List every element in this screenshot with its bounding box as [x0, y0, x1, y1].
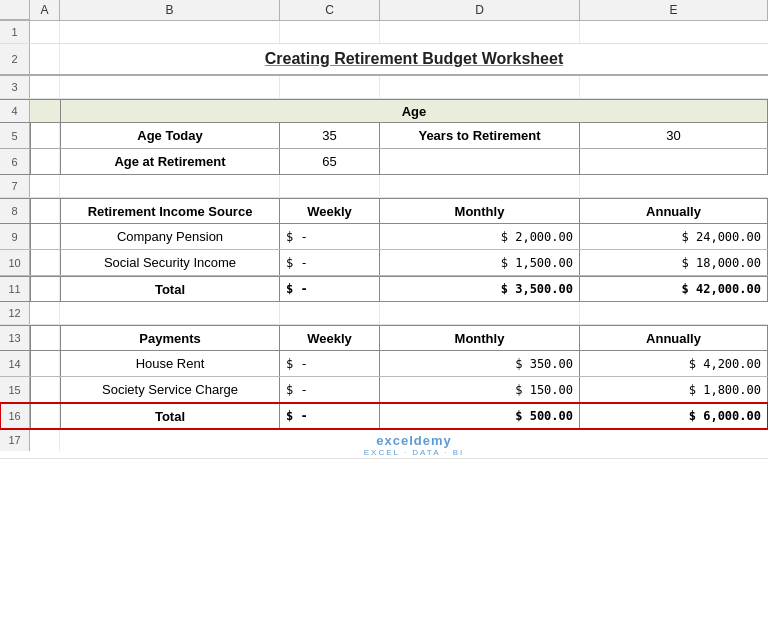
col-header-d: D [380, 0, 580, 20]
corner-cell [0, 0, 30, 20]
row-8: 8 Retirement Income Source Weekly Monthl… [0, 198, 768, 224]
row-num-15: 15 [0, 377, 30, 402]
row-12: 12 [0, 302, 768, 325]
row-num-3: 3 [0, 76, 30, 98]
row-16: 16 Total $ - $ 500.00 $ 6,000.00 [0, 403, 768, 429]
payments-total-annually: $ 6,000.00 [580, 404, 768, 428]
row-num-5: 5 [0, 123, 30, 148]
age-today-label: Age Today [60, 123, 280, 148]
years-to-retirement-label: Years to Retirement [380, 123, 580, 148]
watermark-tagline: EXCEL · DATA · BI [364, 448, 465, 457]
payments-col2-header: Weekly [280, 326, 380, 350]
row-3: 3 [0, 76, 768, 99]
row-17: 17 exceldemy EXCEL · DATA · BI [0, 429, 768, 459]
income-total-monthly: $ 3,500.00 [380, 277, 580, 301]
payments-row2-weekly: $ - [280, 377, 380, 402]
age-today-value: 35 [280, 123, 380, 148]
row-2: 2 Creating Retirement Budget Worksheet [0, 44, 768, 76]
payments-row1-source: House Rent [60, 351, 280, 376]
row-num-9: 9 [0, 224, 30, 249]
row-1: 1 [0, 21, 768, 44]
income-row2-weekly: $ - [280, 250, 380, 275]
row-num-10: 10 [0, 250, 30, 275]
col-header-b: B [60, 0, 280, 20]
income-row1-annually: $ 24,000.00 [580, 224, 768, 249]
income-total-annually: $ 42,000.00 [580, 277, 768, 301]
spreadsheet: A B C D E 1 2 Creating Retirement Budget… [0, 0, 768, 459]
col-header-e: E [580, 0, 768, 20]
col-header-c: C [280, 0, 380, 20]
row-14: 14 House Rent $ - $ 350.00 $ 4,200.00 [0, 351, 768, 377]
row-6: 6 Age at Retirement 65 [0, 149, 768, 175]
row-num-7: 7 [0, 175, 30, 197]
row-13: 13 Payments Weekly Monthly Annually [0, 325, 768, 351]
payments-total-label: Total [60, 404, 280, 428]
income-total-weekly: $ - [280, 277, 380, 301]
payments-row1-monthly: $ 350.00 [380, 351, 580, 376]
age-table-header: Age [402, 104, 427, 119]
income-row2-source: Social Security Income [60, 250, 280, 275]
row-num-2: 2 [0, 44, 30, 74]
age-at-retirement-label: Age at Retirement [60, 149, 280, 174]
payments-total-weekly: $ - [280, 404, 380, 428]
income-row2-monthly: $ 1,500.00 [380, 250, 580, 275]
income-row1-monthly: $ 2,000.00 [380, 224, 580, 249]
row-9: 9 Company Pension $ - $ 2,000.00 $ 24,00… [0, 224, 768, 250]
payments-row2-monthly: $ 150.00 [380, 377, 580, 402]
payments-total-monthly: $ 500.00 [380, 404, 580, 428]
column-headers: A B C D E [0, 0, 768, 21]
income-row2-annually: $ 18,000.00 [580, 250, 768, 275]
row-15: 15 Society Service Charge $ - $ 150.00 $… [0, 377, 768, 403]
income-row1-source: Company Pension [60, 224, 280, 249]
watermark-brand: exceldemy [376, 433, 452, 448]
age-at-retirement-value: 65 [280, 149, 380, 174]
row-num-4: 4 [0, 100, 30, 122]
row-num-16: 16 [0, 404, 30, 428]
income-col1-header: Retirement Income Source [60, 199, 280, 223]
col-header-a: A [30, 0, 60, 20]
row-num-6: 6 [0, 149, 30, 174]
income-col4-header: Annually [580, 199, 768, 223]
row-num-8: 8 [0, 199, 30, 223]
row-num-12: 12 [0, 302, 30, 324]
payments-col4-header: Annually [580, 326, 768, 350]
row-num-17: 17 [0, 429, 30, 451]
row-num-11: 11 [0, 277, 30, 301]
payments-row1-annually: $ 4,200.00 [580, 351, 768, 376]
spreadsheet-title: Creating Retirement Budget Worksheet [265, 50, 563, 68]
income-total-label: Total [60, 277, 280, 301]
row-num-14: 14 [0, 351, 30, 376]
row-11: 11 Total $ - $ 3,500.00 $ 42,000.00 [0, 276, 768, 302]
payments-row2-source: Society Service Charge [60, 377, 280, 402]
payments-col1-header: Payments [60, 326, 280, 350]
payments-col3-header: Monthly [380, 326, 580, 350]
row-num-1: 1 [0, 21, 30, 43]
income-col2-header: Weekly [280, 199, 380, 223]
years-to-retirement-value: 30 [580, 123, 768, 148]
title-cell: Creating Retirement Budget Worksheet [60, 44, 768, 74]
income-col3-header: Monthly [380, 199, 580, 223]
row-4: 4 Age [0, 99, 768, 123]
payments-row1-weekly: $ - [280, 351, 380, 376]
payments-row2-annually: $ 1,800.00 [580, 377, 768, 402]
row-5: 5 Age Today 35 Years to Retirement 30 [0, 123, 768, 149]
row-num-13: 13 [0, 326, 30, 350]
row-10: 10 Social Security Income $ - $ 1,500.00… [0, 250, 768, 276]
income-row1-weekly: $ - [280, 224, 380, 249]
row-7: 7 [0, 175, 768, 198]
